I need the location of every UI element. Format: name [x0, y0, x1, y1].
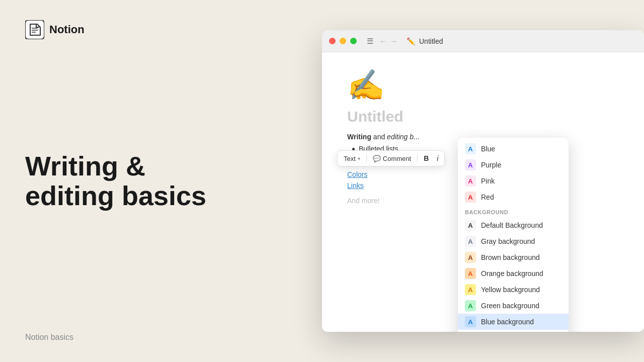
color-item-label: Default Background: [481, 221, 543, 229]
color-item-brown-bg[interactable]: A Brown background: [458, 249, 569, 265]
toolbar-divider-2: [417, 154, 418, 163]
content-links: Colors Links And more!: [347, 170, 380, 205]
color-letter-icon: A: [465, 252, 476, 263]
page-emoji: ✍️: [347, 67, 644, 103]
italic-button[interactable]: i: [434, 153, 441, 164]
text-type-selector[interactable]: Text ▾: [341, 153, 363, 164]
bottom-label: Notion basics: [25, 333, 73, 342]
svg-rect-0: [25, 20, 44, 39]
color-item-purple-text[interactable]: A Purple: [458, 157, 569, 173]
color-letter-icon: A: [465, 192, 476, 203]
back-arrow-icon[interactable]: ←: [379, 37, 387, 45]
color-item-pink-text[interactable]: A Pink: [458, 173, 569, 189]
color-item-green-bg[interactable]: A Green background: [458, 298, 569, 314]
color-item-label: Green background: [481, 302, 539, 310]
color-letter-icon: A: [465, 143, 476, 154]
color-item-yellow-bg[interactable]: A Yellow background: [458, 282, 569, 298]
format-toolbar: Text ▾ 💬 Comment B i: [337, 150, 445, 166]
notion-logo-icon: [25, 20, 44, 39]
color-letter-icon: A: [465, 284, 476, 295]
bold-button[interactable]: B: [421, 153, 432, 164]
logo-area: Notion: [25, 20, 287, 39]
sidebar-icon[interactable]: ☰: [367, 37, 373, 46]
text-type-chevron-icon: ▾: [358, 156, 360, 161]
browser-titlebar: ☰ ← → ✏️ Untitled: [322, 30, 644, 52]
maximize-button[interactable]: [350, 38, 357, 44]
bullet-dot: [352, 148, 355, 150]
comment-label: Comment: [383, 155, 411, 162]
forward-arrow-icon[interactable]: →: [390, 37, 397, 45]
colors-link[interactable]: Colors: [347, 170, 380, 178]
color-item-blue-bg[interactable]: A Blue background: [458, 314, 569, 330]
color-item-orange-bg[interactable]: A Orange background: [458, 265, 569, 282]
left-panel: Notion Writing & editing basics Notion b…: [0, 0, 312, 362]
color-item-label: Brown background: [481, 253, 540, 261]
browser-content: ✍️ Untitled Writing and editing b... Bul…: [322, 52, 644, 332]
color-item-gray-bg[interactable]: A Gray background: [458, 233, 569, 249]
links-link[interactable]: Links: [347, 182, 380, 190]
color-item-purple-bg[interactable]: A Purple background: [458, 330, 569, 332]
minimize-button[interactable]: [340, 38, 346, 44]
color-item-label: Gray background: [481, 237, 535, 245]
close-button[interactable]: [329, 38, 336, 44]
headline-text: Writing & editing basics: [25, 151, 206, 211]
color-dropdown: A Blue A Purple A Pink A Red BACKGROUND …: [458, 138, 569, 332]
color-item-red-text[interactable]: A Red: [458, 189, 569, 205]
browser-page-title: Untitled: [419, 37, 443, 45]
color-item-label: Orange background: [481, 269, 543, 278]
color-letter-icon: A: [465, 236, 476, 247]
browser-window: ☰ ← → ✏️ Untitled ✍️ Untitled Writing an…: [322, 30, 644, 332]
color-item-blue-text[interactable]: A Blue: [458, 141, 569, 157]
background-section-label: BACKGROUND: [458, 205, 569, 217]
color-item-label: Yellow background: [481, 286, 540, 294]
headline: Writing & editing basics: [25, 151, 206, 211]
color-item-label: Blue: [481, 145, 495, 153]
color-letter-icon: A: [465, 316, 476, 327]
color-letter-icon: A: [465, 268, 476, 279]
logo-text: Notion: [49, 23, 85, 36]
comment-icon: 💬: [373, 155, 381, 162]
color-item-label: Purple: [481, 161, 501, 169]
page-title-placeholder[interactable]: Untitled: [347, 108, 644, 125]
comment-button[interactable]: 💬 Comment: [370, 153, 414, 164]
color-item-label: Blue background: [481, 318, 534, 326]
page-title-bar: ✏️ Untitled: [407, 37, 443, 45]
color-letter-icon: A: [465, 175, 476, 187]
titlebar-icons: ☰: [367, 37, 373, 46]
color-item-label: Pink: [481, 177, 495, 185]
text-type-label: Text: [344, 155, 356, 162]
color-letter-icon: A: [465, 159, 476, 170]
color-letter-icon: A: [465, 220, 476, 231]
titlebar-nav: ← →: [379, 37, 397, 45]
page-icon-emoji: ✏️: [407, 37, 415, 45]
color-item-label: Red: [481, 193, 494, 201]
toolbar-divider-1: [366, 154, 367, 163]
color-item-default-bg[interactable]: A Default Background: [458, 217, 569, 233]
color-letter-icon: A: [465, 300, 476, 311]
and-more-text: And more!: [347, 197, 380, 205]
